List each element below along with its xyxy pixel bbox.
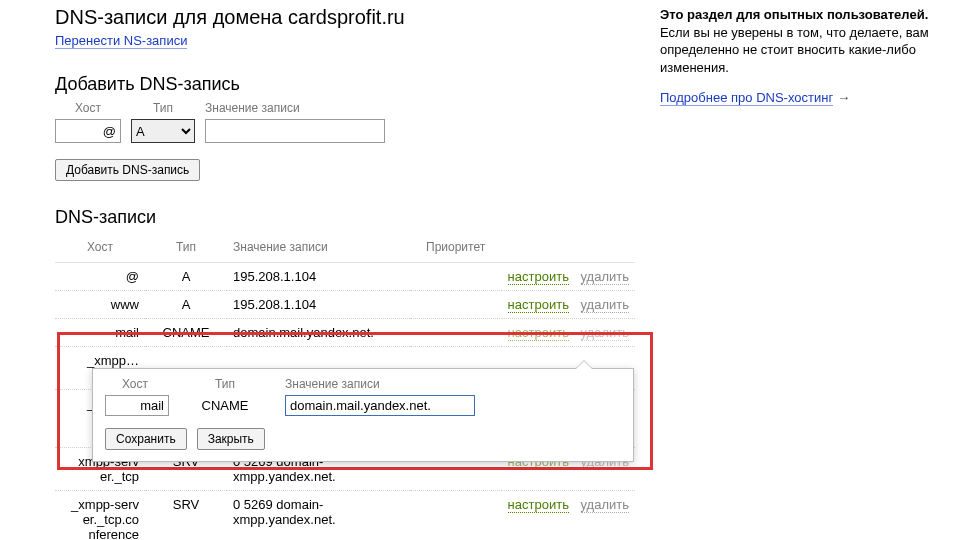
add-type-label: Тип (153, 101, 173, 115)
close-button[interactable]: Закрыть (197, 428, 265, 450)
aside-text: Если вы не уверены в том, что делаете, в… (660, 25, 929, 75)
configure-link[interactable]: настроить (508, 497, 569, 513)
pop-host-label: Хост (105, 377, 165, 391)
delete-link[interactable]: удалить (581, 269, 629, 285)
configure-link[interactable]: настроить (508, 325, 569, 341)
delete-link[interactable]: удалить (581, 497, 629, 513)
arrow-right-icon: → (837, 90, 850, 105)
pop-value-input[interactable] (285, 395, 475, 416)
pop-type-label: Тип (195, 377, 255, 391)
add-value-input[interactable] (205, 119, 385, 143)
col-value: Значение записи (227, 234, 410, 263)
table-row: @ A 195.208.1.104 настроить удалить (55, 263, 635, 291)
configure-link[interactable]: настроить (508, 269, 569, 285)
col-type: Тип (145, 234, 227, 263)
add-record-form: Хост Тип A Значение записи Добавить DNS-… (55, 101, 635, 181)
add-host-input[interactable] (55, 119, 121, 143)
pop-type-value: CNAME (195, 398, 255, 413)
edit-record-popover: Хост Тип Значение записи CNAME Сохранить… (92, 368, 634, 462)
popover-arrow-icon (575, 360, 593, 369)
delete-link[interactable]: удалить (581, 297, 629, 313)
save-button[interactable]: Сохранить (105, 428, 187, 450)
page-title: DNS-записи для домена cardsprofit.ru (55, 6, 635, 29)
configure-link[interactable]: настроить (508, 297, 569, 313)
transfer-ns-link[interactable]: Перенести NS-записи (55, 33, 187, 49)
table-row: www A 195.208.1.104 настроить удалить (55, 291, 635, 319)
col-host: Хост (55, 234, 145, 263)
table-row: _xmpp-serv er._tcp.co nference SRV 0 526… (55, 491, 635, 541)
add-type-select[interactable]: A (131, 119, 195, 143)
add-record-heading: Добавить DNS-запись (55, 74, 635, 95)
add-value-label: Значение записи (205, 101, 300, 115)
pop-host-input[interactable] (105, 395, 169, 416)
add-host-label: Хост (75, 101, 101, 115)
aside-title: Это раздел для опытных пользователей. (660, 7, 928, 22)
records-heading: DNS-записи (55, 207, 635, 228)
delete-link[interactable]: удалить (581, 325, 629, 341)
aside-more-link[interactable]: Подробнее про DNS-хостинг (660, 90, 833, 106)
table-row: mail CNAME domain.mail.yandex.net. настр… (55, 319, 635, 347)
add-record-button[interactable]: Добавить DNS-запись (55, 159, 200, 181)
pop-value-label: Значение записи (285, 377, 621, 391)
col-priority: Приоритет (410, 234, 502, 263)
